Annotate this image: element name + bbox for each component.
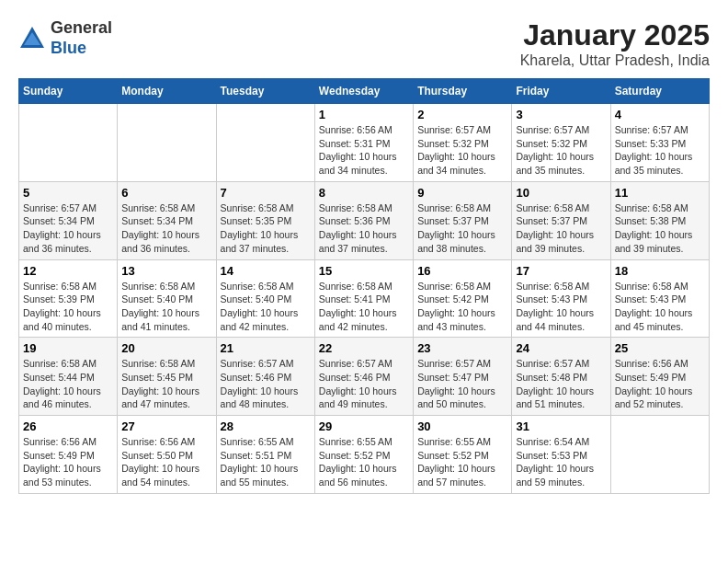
calendar-day-cell: 4Sunrise: 6:57 AMSunset: 5:33 PMDaylight…	[610, 104, 709, 182]
calendar-day-cell: 18Sunrise: 6:58 AMSunset: 5:43 PMDayligh…	[610, 259, 709, 338]
calendar-table: SundayMondayTuesdayWednesdayThursdayFrid…	[18, 78, 710, 494]
day-info: Sunrise: 6:58 AMSunset: 5:44 PMDaylight:…	[23, 357, 113, 411]
calendar-day-cell: 27Sunrise: 6:56 AMSunset: 5:50 PMDayligh…	[118, 416, 216, 494]
calendar-day-cell: 2Sunrise: 6:57 AMSunset: 5:32 PMDaylight…	[414, 104, 512, 182]
day-info: Sunrise: 6:55 AMSunset: 5:51 PMDaylight:…	[221, 435, 311, 489]
calendar-day-cell	[610, 416, 709, 494]
calendar-week-row: 26Sunrise: 6:56 AMSunset: 5:49 PMDayligh…	[19, 416, 710, 494]
day-number: 10	[516, 186, 606, 200]
day-number: 15	[319, 264, 409, 278]
day-info: Sunrise: 6:57 AMSunset: 5:46 PMDaylight:…	[221, 357, 311, 411]
day-info: Sunrise: 6:57 AMSunset: 5:48 PMDaylight:…	[516, 357, 606, 411]
calendar-day-cell	[216, 104, 314, 182]
day-info: Sunrise: 6:57 AMSunset: 5:34 PMDaylight:…	[23, 201, 113, 256]
logo: General Blue	[18, 18, 112, 58]
day-of-week-header: Thursday	[414, 79, 512, 104]
calendar-day-cell: 3Sunrise: 6:57 AMSunset: 5:32 PMDaylight…	[512, 104, 610, 182]
day-number: 7	[221, 186, 311, 200]
calendar-day-cell: 26Sunrise: 6:56 AMSunset: 5:49 PMDayligh…	[19, 416, 118, 494]
day-number: 8	[319, 186, 409, 200]
day-of-week-header: Friday	[512, 79, 610, 104]
day-number: 13	[121, 264, 211, 278]
day-number: 29	[319, 419, 409, 433]
day-info: Sunrise: 6:55 AMSunset: 5:52 PMDaylight:…	[319, 435, 409, 489]
day-info: Sunrise: 6:58 AMSunset: 5:37 PMDaylight:…	[417, 201, 507, 256]
day-info: Sunrise: 6:58 AMSunset: 5:40 PMDaylight:…	[121, 280, 211, 334]
calendar-day-cell: 30Sunrise: 6:55 AMSunset: 5:52 PMDayligh…	[414, 416, 512, 494]
calendar-day-cell: 14Sunrise: 6:58 AMSunset: 5:40 PMDayligh…	[216, 259, 314, 338]
day-number: 30	[417, 419, 507, 433]
day-of-week-header: Saturday	[610, 79, 709, 104]
day-number: 5	[23, 186, 113, 200]
calendar-day-cell: 5Sunrise: 6:57 AMSunset: 5:34 PMDaylight…	[19, 181, 118, 259]
calendar-day-cell: 23Sunrise: 6:57 AMSunset: 5:47 PMDayligh…	[414, 338, 512, 416]
day-info: Sunrise: 6:56 AMSunset: 5:49 PMDaylight:…	[23, 435, 113, 489]
day-info: Sunrise: 6:57 AMSunset: 5:32 PMDaylight:…	[516, 123, 606, 178]
day-number: 28	[221, 419, 311, 433]
day-number: 20	[121, 341, 211, 355]
day-number: 24	[516, 341, 606, 355]
calendar-day-cell: 7Sunrise: 6:58 AMSunset: 5:35 PMDaylight…	[216, 181, 314, 259]
day-number: 18	[615, 264, 705, 278]
calendar-week-row: 19Sunrise: 6:58 AMSunset: 5:44 PMDayligh…	[19, 338, 710, 416]
calendar-day-cell: 21Sunrise: 6:57 AMSunset: 5:46 PMDayligh…	[216, 338, 314, 416]
day-of-week-header: Monday	[118, 79, 216, 104]
calendar-day-cell: 29Sunrise: 6:55 AMSunset: 5:52 PMDayligh…	[314, 416, 413, 494]
day-number: 23	[417, 341, 507, 355]
day-number: 2	[417, 108, 507, 121]
day-number: 26	[23, 419, 113, 433]
calendar-day-cell: 28Sunrise: 6:55 AMSunset: 5:51 PMDayligh…	[216, 416, 314, 494]
calendar-week-row: 1Sunrise: 6:56 AMSunset: 5:31 PMDaylight…	[19, 104, 710, 182]
calendar-week-row: 5Sunrise: 6:57 AMSunset: 5:34 PMDaylight…	[19, 181, 710, 259]
page-header: General Blue January 2025 Kharela, Uttar…	[18, 18, 710, 69]
day-number: 27	[121, 419, 211, 433]
day-number: 19	[23, 341, 113, 355]
location-title: Kharela, Uttar Pradesh, India	[520, 52, 710, 69]
day-number: 16	[417, 264, 507, 278]
day-of-week-header: Wednesday	[314, 79, 413, 104]
day-info: Sunrise: 6:58 AMSunset: 5:37 PMDaylight:…	[516, 201, 606, 256]
day-number: 3	[516, 108, 606, 121]
calendar-day-cell	[118, 104, 216, 182]
calendar-day-cell: 11Sunrise: 6:58 AMSunset: 5:38 PMDayligh…	[610, 181, 709, 259]
day-info: Sunrise: 6:57 AMSunset: 5:46 PMDaylight:…	[319, 357, 409, 411]
day-number: 4	[615, 108, 705, 121]
month-title: January 2025	[520, 18, 710, 52]
calendar-day-cell: 31Sunrise: 6:54 AMSunset: 5:53 PMDayligh…	[512, 416, 610, 494]
day-number: 17	[516, 264, 606, 278]
day-info: Sunrise: 6:58 AMSunset: 5:43 PMDaylight:…	[615, 280, 705, 334]
calendar-day-cell	[19, 104, 118, 182]
day-number: 21	[221, 341, 311, 355]
day-info: Sunrise: 6:58 AMSunset: 5:38 PMDaylight:…	[615, 201, 705, 256]
day-info: Sunrise: 6:56 AMSunset: 5:50 PMDaylight:…	[121, 435, 211, 489]
day-info: Sunrise: 6:58 AMSunset: 5:35 PMDaylight:…	[221, 201, 311, 256]
calendar-header-row: SundayMondayTuesdayWednesdayThursdayFrid…	[19, 79, 710, 104]
day-number: 11	[615, 186, 705, 200]
calendar-day-cell: 10Sunrise: 6:58 AMSunset: 5:37 PMDayligh…	[512, 181, 610, 259]
day-info: Sunrise: 6:58 AMSunset: 5:39 PMDaylight:…	[23, 280, 113, 334]
day-info: Sunrise: 6:57 AMSunset: 5:33 PMDaylight:…	[615, 123, 705, 178]
day-info: Sunrise: 6:55 AMSunset: 5:52 PMDaylight:…	[417, 435, 507, 489]
day-number: 6	[121, 186, 211, 200]
day-number: 25	[615, 341, 705, 355]
calendar-day-cell: 1Sunrise: 6:56 AMSunset: 5:31 PMDaylight…	[314, 104, 413, 182]
day-info: Sunrise: 6:57 AMSunset: 5:32 PMDaylight:…	[417, 123, 507, 178]
day-info: Sunrise: 6:56 AMSunset: 5:49 PMDaylight:…	[615, 357, 705, 411]
logo-icon	[18, 25, 46, 52]
day-of-week-header: Sunday	[19, 79, 118, 104]
calendar-day-cell: 17Sunrise: 6:58 AMSunset: 5:43 PMDayligh…	[512, 259, 610, 338]
calendar-day-cell: 19Sunrise: 6:58 AMSunset: 5:44 PMDayligh…	[19, 338, 118, 416]
day-of-week-header: Tuesday	[216, 79, 314, 104]
calendar-day-cell: 24Sunrise: 6:57 AMSunset: 5:48 PMDayligh…	[512, 338, 610, 416]
calendar-day-cell: 20Sunrise: 6:58 AMSunset: 5:45 PMDayligh…	[118, 338, 216, 416]
calendar-day-cell: 22Sunrise: 6:57 AMSunset: 5:46 PMDayligh…	[314, 338, 413, 416]
day-info: Sunrise: 6:56 AMSunset: 5:31 PMDaylight:…	[319, 123, 409, 178]
logo-blue: Blue	[51, 39, 86, 57]
day-info: Sunrise: 6:58 AMSunset: 5:42 PMDaylight:…	[417, 280, 507, 334]
calendar-day-cell: 8Sunrise: 6:58 AMSunset: 5:36 PMDaylight…	[314, 181, 413, 259]
day-info: Sunrise: 6:58 AMSunset: 5:36 PMDaylight:…	[319, 201, 409, 256]
day-info: Sunrise: 6:58 AMSunset: 5:41 PMDaylight:…	[319, 280, 409, 334]
day-number: 1	[319, 108, 409, 121]
day-number: 31	[516, 419, 606, 433]
title-block: January 2025 Kharela, Uttar Pradesh, Ind…	[520, 18, 710, 69]
